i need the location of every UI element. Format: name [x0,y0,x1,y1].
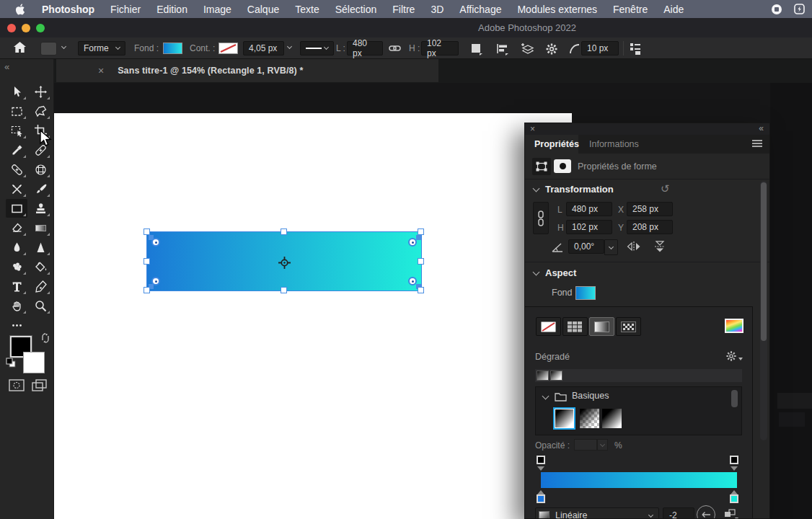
menu-3d[interactable]: 3D [423,4,451,15]
tool-preset-chevron-icon[interactable] [61,44,66,49]
menu-filtre[interactable]: Filtre [384,4,423,15]
path-arrangement-icon[interactable] [521,43,535,58]
menu-extra-icon[interactable] [794,4,805,14]
screen-record-indicator-icon[interactable] [771,4,782,15]
flip-vertical-icon[interactable] [653,240,666,256]
home-icon[interactable] [13,41,27,56]
path-alignment-icon[interactable] [496,43,509,58]
color-stop-left[interactable] [537,494,545,503]
stroke-width-chevron-icon[interactable] [287,44,292,49]
tool-brush[interactable] [30,179,51,198]
swap-colors-icon[interactable] [40,333,50,346]
corner-radius-widget[interactable] [408,277,417,285]
tab-informations[interactable]: Informations [583,135,645,154]
shape-settings-gear-icon[interactable] [545,43,558,58]
l-field[interactable]: 480 px [566,202,612,216]
transform-handle-e[interactable] [418,258,424,265]
menu-texte[interactable]: Texte [287,4,327,15]
menu-modules-externes[interactable]: Modules externes [509,4,605,15]
reverse-gradient-button[interactable] [697,505,715,519]
transform-handle-w[interactable] [144,258,150,265]
reset-transform-icon[interactable]: ↺ [661,182,670,195]
shape-width-field[interactable]: 480 px [347,41,383,56]
shape-props-icon-button[interactable] [532,158,551,175]
stroke-swatch[interactable] [219,43,238,54]
tool-rectangle[interactable] [6,199,27,218]
menu-edition[interactable]: Edition [149,4,195,15]
transform-handle-sw[interactable] [144,287,150,293]
transform-handle-se[interactable] [418,287,424,293]
fill-solid-button[interactable] [562,317,588,336]
path-operations-icon[interactable] [470,43,483,58]
panel-collapse-icon[interactable]: « [759,123,764,133]
mask-props-icon-button[interactable] [554,159,571,173]
fill-pattern-button[interactable] [616,317,641,336]
tool-eyedropper[interactable] [6,141,27,159]
background-color-swatch[interactable] [23,352,45,373]
gradient-editor-bar[interactable] [541,472,737,488]
tool-zoom[interactable] [30,296,51,315]
screen-mode-icon[interactable] [32,379,48,395]
tool-clone-stamp[interactable] [30,199,51,218]
window-zoom-button[interactable] [36,24,45,32]
gradient-settings-gear-icon[interactable] [725,350,737,365]
menu-fenetre[interactable]: Fenêtre [605,4,656,15]
reference-point-icon[interactable] [278,257,291,269]
group-chevron-icon[interactable] [542,393,550,400]
tool-preset-chip[interactable] [40,42,57,56]
tool-type[interactable] [6,277,27,296]
tool-patch[interactable] [6,160,27,179]
gradient-preset-bw[interactable] [602,409,622,428]
tool-slice[interactable] [6,179,27,198]
tool-pen[interactable] [30,277,51,296]
corner-radius-widget[interactable] [408,238,417,247]
corner-radius-widget[interactable] [151,238,160,247]
fill-gradient-button[interactable] [589,317,614,336]
gradient-preset-selected[interactable] [553,407,575,430]
link-dimensions-icon[interactable] [389,43,401,56]
tool-sharpen[interactable] [30,238,51,257]
tool-smudge[interactable] [6,257,27,276]
flip-horizontal-icon[interactable] [627,241,641,255]
gradient-method-icon[interactable] [724,508,738,519]
menu-photoshop[interactable]: Photoshop [25,4,102,15]
h-field[interactable]: 102 px [566,220,612,234]
transform-handle-n[interactable] [281,229,287,235]
presets-scrollbar-thumb[interactable] [731,390,738,407]
gradient-type-dropdown[interactable]: Linéaire [535,507,659,519]
tool-gradient[interactable] [30,218,51,237]
y-field[interactable]: 208 px [627,220,673,234]
recent-gradient-chip[interactable] [537,371,549,381]
menu-affichage[interactable]: Affichage [451,4,509,15]
document-canvas[interactable] [54,113,572,519]
path-anchor[interactable] [416,235,421,240]
transform-handle-nw[interactable] [144,229,150,235]
panel-scrollbar-thumb[interactable] [761,182,767,341]
panel-menu-icon[interactable] [752,143,762,144]
gradient-preset-transparent[interactable] [580,409,599,428]
menu-calque[interactable]: Calque [239,4,287,15]
corner-radius-field[interactable]: 10 px [581,41,619,56]
tool-paint-bucket[interactable] [30,257,51,276]
tool-eraser[interactable] [6,218,27,237]
fill-none-button[interactable] [536,317,561,336]
color-picker-button[interactable] [725,319,743,333]
default-colors-icon[interactable] [6,358,16,371]
tool-object-selection[interactable] [6,121,27,140]
tool-mode-dropdown[interactable]: Forme [78,41,125,56]
shape-height-field[interactable]: 102 px [421,41,459,56]
aspect-fill-swatch[interactable] [575,286,596,300]
tool-lasso[interactable] [30,102,51,120]
menu-image[interactable]: Image [195,4,239,15]
document-tab[interactable]: × Sans titre-1 @ 154% (Rectangle 1, RVB/… [56,59,438,82]
apple-menu-icon[interactable] [15,4,25,15]
recent-gradient-chip[interactable] [550,371,562,381]
section-chevron-icon[interactable] [533,269,540,276]
tool-frame[interactable] [30,160,51,179]
tool-marquee[interactable] [6,102,27,120]
tool-more[interactable] [6,316,27,334]
tool-hand[interactable] [6,296,27,315]
x-field[interactable]: 258 px [627,202,673,216]
fill-swatch[interactable] [163,43,182,54]
angle-field[interactable]: 0,00° [568,239,604,254]
